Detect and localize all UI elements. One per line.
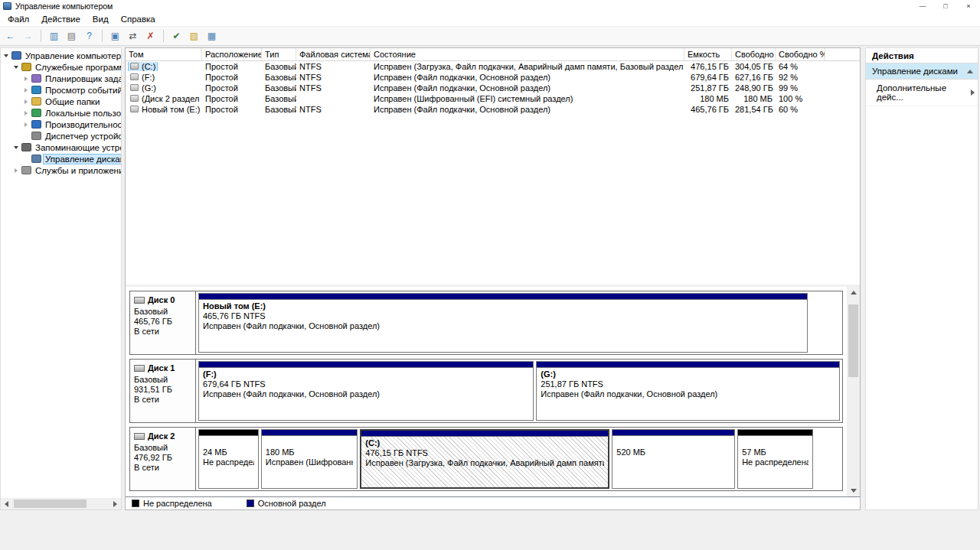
disk-status: В сети [134,463,191,473]
refresh-button[interactable]: ⇄ [125,28,141,44]
minimize-button[interactable]: — [911,0,934,12]
volume-name-cell: (Диск 2 раздел 1) [126,94,202,104]
volume-row[interactable]: (F:)ПростойБазовыйNTFSИсправен (Файл под… [126,72,860,83]
close-button[interactable]: × [957,0,980,12]
partitions: 24 МБНе распределен180 МБИсправен (Шифро… [196,428,842,490]
actions-section-disk-management[interactable]: Управление дисками [866,63,978,80]
help-button[interactable]: ? [81,28,97,44]
export-list-button[interactable]: ▤ [64,28,80,44]
maximize-button[interactable]: □ [934,0,957,12]
no-arrow [22,155,30,163]
tree-item-services-apps[interactable]: Службы и приложения [1,164,121,176]
toolbar-separator [163,30,164,42]
partition[interactable]: (F:)679,64 ГБ NTFSИсправен (Файл подкачк… [198,361,534,421]
tree-item-storage[interactable]: Запоминающие устройств [1,142,121,153]
disk-label[interactable]: Диск 1Базовый931,51 ГБВ сети [130,360,196,422]
column-header-0[interactable]: Том [126,48,202,60]
column-header-3[interactable]: Файловая система [296,48,371,60]
expanded-icon[interactable] [12,144,20,151]
actions-item-more-actions[interactable]: Дополнительные дейс... [866,80,978,106]
graphical-scroll-track[interactable] [847,298,860,485]
tree-item-device-manager[interactable]: Диспетчер устройств [1,130,121,142]
volume-row[interactable]: (C:)ПростойБазовыйNTFSИсправен (Загрузка… [126,61,860,72]
partition[interactable]: (C:)476,15 ГБ NTFSИсправен (Загрузка, Фа… [360,429,609,489]
graphical-vertical-scrollbar[interactable] [847,287,860,496]
volume-row[interactable]: Новый том (E:)ПростойБазовыйNTFSИсправен… [126,104,860,115]
menu-item-вид[interactable]: Вид [87,13,115,25]
forward-button[interactable]: → [20,28,36,44]
volume-cell: NTFS [296,83,371,93]
disk-name-line: Диск 2 [134,431,191,441]
show-console-tree-button[interactable]: ▥ [46,28,62,44]
scroll-up-button[interactable] [848,287,859,298]
partition[interactable]: 180 МБИсправен (Шифрованный [261,429,358,489]
column-header-6[interactable]: Свободно [732,48,776,60]
delete-partition-button[interactable]: ✗ [142,28,158,44]
check-disk-button[interactable]: ✔ [168,28,185,44]
volume-icon [130,73,139,80]
partition[interactable]: Новый том (E:)465,76 ГБ NTFSИсправен (Фа… [198,293,808,353]
collapsed-icon[interactable] [22,75,30,83]
volume-icon [130,84,139,91]
column-header-4[interactable]: Состояние [371,48,684,60]
volume-cell: NTFS [296,62,371,71]
column-header-2[interactable]: Тип [262,48,296,60]
menu-item-действие[interactable]: Действие [35,13,87,25]
expanded-icon[interactable] [2,52,10,60]
graphical-scroll-thumb[interactable] [848,304,858,377]
volume-row[interactable]: (G:)ПростойБазовыйNTFSИсправен (Файл под… [126,83,860,93]
partition-status: Исправен (Файл подкачки, Основной раздел… [203,321,803,331]
partition-name: (G:) [541,369,835,379]
volume-cell: Базовый [262,73,296,82]
scroll-right-button[interactable] [109,498,121,509]
volume-name: (G:) [129,83,158,93]
partition[interactable]: 520 МБ [612,429,735,489]
scroll-left-button[interactable] [1,498,12,509]
tree-item-system-tools[interactable]: Служебные программы [1,61,121,73]
tree-item-computer-management-root[interactable]: Управление компьютером (ло [1,50,121,61]
forward-icon: → [24,31,33,41]
volume-row[interactable]: (Диск 2 раздел 1)ПростойБазовыйИсправен … [126,93,860,104]
collapsed-icon[interactable] [22,86,30,94]
new-view-button[interactable]: ▦ [204,28,220,44]
column-header-7[interactable]: Свободно % [776,48,825,60]
menu-item-справка[interactable]: Справка [115,13,162,25]
actions-panel: Действия Управление дисками Дополнительн… [865,47,978,510]
tree-item-local-users[interactable]: Локальные пользовате [1,107,121,119]
menu-item-файл[interactable]: Файл [2,13,35,25]
partition[interactable]: (G:)251,87 ГБ NTFSИсправен (Файл подкачк… [536,361,840,421]
collapsed-icon[interactable] [22,109,30,117]
expanded-icon[interactable] [12,63,20,71]
partition[interactable]: 24 МБНе распределен [198,429,259,489]
volume-cell: Базовый [262,83,296,93]
volume-cell: NTFS [296,105,371,114]
tree-scroll-track[interactable] [12,498,109,509]
column-header-1[interactable]: Расположение [202,48,262,60]
tree-item-disk-management[interactable]: Управление дисками [1,153,121,164]
properties-button[interactable]: ▣ [107,28,123,44]
column-header-5[interactable]: Емкость [684,48,732,60]
volume-cell: Простой [202,83,262,93]
unallocated-partition-bar [738,430,812,436]
collapse-section-icon[interactable] [967,70,973,73]
actions-item-label: Дополнительные дейс... [877,83,971,102]
tree-scroll-thumb[interactable] [14,500,87,508]
disk-type: Базовый [134,443,191,453]
collapsed-icon[interactable] [12,167,20,174]
collapsed-icon[interactable] [22,121,30,129]
back-button[interactable]: ← [2,28,18,44]
partition-body: 180 МБИсправен (Шифрованный [262,436,358,488]
disk-label[interactable]: Диск 0Базовый465,76 ГБВ сети [130,291,196,354]
collapsed-icon[interactable] [22,98,30,106]
partition[interactable]: 57 МБНе распределена [737,429,813,489]
partition-size: 251,87 ГБ NTFS [541,379,835,389]
tree-item-shared-folders[interactable]: Общие папки [1,96,121,107]
scroll-down-button[interactable] [848,485,859,496]
open-folder-button[interactable]: ▨ [186,28,202,44]
tree-horizontal-scrollbar[interactable] [1,498,121,509]
disk-label[interactable]: Диск 2Базовый476,92 ГБВ сети [130,428,196,490]
tree-item-event-viewer[interactable]: Просмотр событий [1,84,121,96]
volume-cell: Базовый [262,62,296,71]
tree-item-performance[interactable]: Производительность [1,119,121,130]
tree-item-task-scheduler[interactable]: Планировщик заданий [1,73,121,84]
